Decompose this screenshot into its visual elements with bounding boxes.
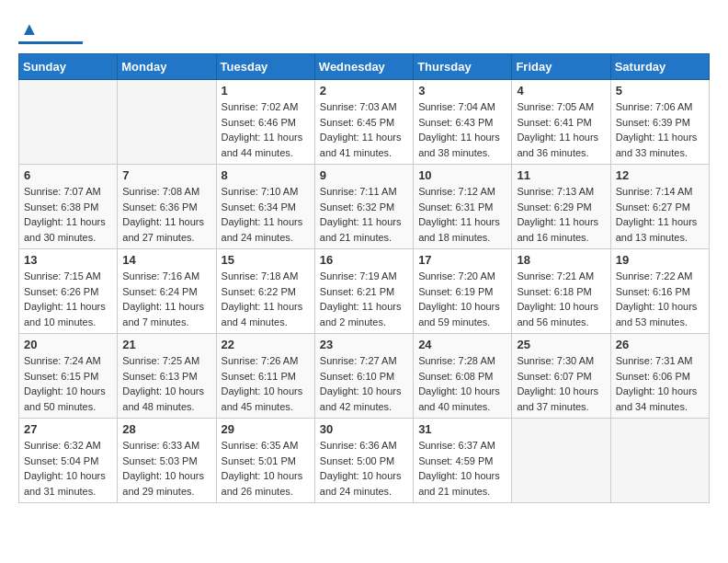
day-number: 1 <box>222 84 310 98</box>
calendar-cell: 25Sunrise: 7:30 AMSunset: 6:07 PMDayligh… <box>512 334 610 419</box>
day-number: 26 <box>616 338 704 351</box>
calendar-cell: 28Sunrise: 6:33 AMSunset: 5:03 PMDayligh… <box>118 419 216 503</box>
calendar-cell: 2Sunrise: 7:03 AMSunset: 6:45 PMDaylight… <box>314 80 413 165</box>
header-tuesday: Tuesday <box>216 54 314 80</box>
day-info: Sunrise: 7:12 AMSunset: 6:31 PMDaylight:… <box>418 184 506 245</box>
calendar-cell: 29Sunrise: 6:35 AMSunset: 5:01 PMDayligh… <box>216 419 314 503</box>
day-number: 17 <box>418 253 506 267</box>
calendar-cell: 16Sunrise: 7:19 AMSunset: 6:21 PMDayligh… <box>314 249 413 334</box>
day-number: 6 <box>24 168 112 182</box>
logo-bird-icon: ▲ <box>20 18 39 40</box>
calendar-cell: 22Sunrise: 7:26 AMSunset: 6:11 PMDayligh… <box>216 334 314 419</box>
header-wednesday: Wednesday <box>314 54 413 80</box>
calendar-cell: 5Sunrise: 7:06 AMSunset: 6:39 PMDaylight… <box>610 80 709 165</box>
day-number: 31 <box>418 422 506 436</box>
calendar-cell: 13Sunrise: 7:15 AMSunset: 6:26 PMDayligh… <box>19 249 118 334</box>
day-number: 21 <box>122 338 210 351</box>
calendar-cell: 12Sunrise: 7:14 AMSunset: 6:27 PMDayligh… <box>610 165 709 249</box>
calendar-cell: 7Sunrise: 7:08 AMSunset: 6:36 PMDaylight… <box>118 165 216 249</box>
day-number: 14 <box>122 253 210 267</box>
page-header: ▲ <box>18 18 710 44</box>
day-info: Sunrise: 6:35 AMSunset: 5:01 PMDaylight:… <box>222 438 310 499</box>
calendar-cell: 8Sunrise: 7:10 AMSunset: 6:34 PMDaylight… <box>216 165 314 249</box>
day-info: Sunrise: 7:04 AMSunset: 6:43 PMDaylight:… <box>418 99 506 160</box>
calendar-cell: 24Sunrise: 7:28 AMSunset: 6:08 PMDayligh… <box>414 334 512 419</box>
day-number: 5 <box>616 84 704 98</box>
day-info: Sunrise: 7:26 AMSunset: 6:11 PMDaylight:… <box>222 353 310 414</box>
day-info: Sunrise: 7:21 AMSunset: 6:18 PMDaylight:… <box>517 269 605 329</box>
day-number: 28 <box>122 422 210 436</box>
calendar-cell: 9Sunrise: 7:11 AMSunset: 6:32 PMDaylight… <box>314 165 413 249</box>
day-number: 20 <box>24 338 112 351</box>
day-number: 11 <box>517 168 605 182</box>
calendar-cell: 20Sunrise: 7:24 AMSunset: 6:15 PMDayligh… <box>19 334 118 419</box>
day-number: 10 <box>418 168 506 182</box>
calendar-cell: 1Sunrise: 7:02 AMSunset: 6:46 PMDaylight… <box>216 80 314 165</box>
day-info: Sunrise: 7:24 AMSunset: 6:15 PMDaylight:… <box>24 353 112 414</box>
header-friday: Friday <box>512 54 610 80</box>
day-number: 19 <box>616 253 704 267</box>
day-number: 2 <box>320 84 408 98</box>
day-info: Sunrise: 7:14 AMSunset: 6:27 PMDaylight:… <box>616 184 704 245</box>
calendar-cell: 3Sunrise: 7:04 AMSunset: 6:43 PMDaylight… <box>414 80 512 165</box>
day-number: 9 <box>320 168 408 182</box>
day-number: 13 <box>24 253 112 267</box>
header-thursday: Thursday <box>414 54 512 80</box>
calendar-cell: 18Sunrise: 7:21 AMSunset: 6:18 PMDayligh… <box>512 249 610 334</box>
day-info: Sunrise: 7:30 AMSunset: 6:07 PMDaylight:… <box>517 353 605 414</box>
day-info: Sunrise: 6:33 AMSunset: 5:03 PMDaylight:… <box>122 438 210 499</box>
calendar-cell: 14Sunrise: 7:16 AMSunset: 6:24 PMDayligh… <box>118 249 216 334</box>
day-number: 23 <box>320 338 408 351</box>
day-number: 30 <box>320 422 408 436</box>
day-number: 3 <box>418 84 506 98</box>
day-info: Sunrise: 7:28 AMSunset: 6:08 PMDaylight:… <box>418 353 506 414</box>
calendar-cell: 19Sunrise: 7:22 AMSunset: 6:16 PMDayligh… <box>610 249 709 334</box>
day-number: 4 <box>517 84 605 98</box>
calendar-cell: 10Sunrise: 7:12 AMSunset: 6:31 PMDayligh… <box>414 165 512 249</box>
day-info: Sunrise: 7:02 AMSunset: 6:46 PMDaylight:… <box>222 99 310 160</box>
calendar-header-row: SundayMondayTuesdayWednesdayThursdayFrid… <box>19 54 710 80</box>
day-number: 12 <box>616 168 704 182</box>
day-info: Sunrise: 6:32 AMSunset: 5:04 PMDaylight:… <box>24 438 112 499</box>
day-info: Sunrise: 6:37 AMSunset: 4:59 PMDaylight:… <box>418 438 506 499</box>
calendar-table: SundayMondayTuesdayWednesdayThursdayFrid… <box>18 53 710 503</box>
day-info: Sunrise: 7:05 AMSunset: 6:41 PMDaylight:… <box>517 99 605 160</box>
day-info: Sunrise: 7:13 AMSunset: 6:29 PMDaylight:… <box>517 184 605 245</box>
calendar-cell <box>610 419 709 503</box>
day-number: 7 <box>122 168 210 182</box>
day-info: Sunrise: 6:36 AMSunset: 5:00 PMDaylight:… <box>320 438 408 499</box>
calendar-cell: 21Sunrise: 7:25 AMSunset: 6:13 PMDayligh… <box>118 334 216 419</box>
calendar-cell: 26Sunrise: 7:31 AMSunset: 6:06 PMDayligh… <box>610 334 709 419</box>
day-info: Sunrise: 7:25 AMSunset: 6:13 PMDaylight:… <box>122 353 210 414</box>
day-info: Sunrise: 7:11 AMSunset: 6:32 PMDaylight:… <box>320 184 408 245</box>
day-info: Sunrise: 7:16 AMSunset: 6:24 PMDaylight:… <box>122 269 210 329</box>
day-info: Sunrise: 7:31 AMSunset: 6:06 PMDaylight:… <box>616 353 704 414</box>
calendar-cell <box>512 419 610 503</box>
calendar-cell: 15Sunrise: 7:18 AMSunset: 6:22 PMDayligh… <box>216 249 314 334</box>
logo: ▲ <box>18 18 83 44</box>
header-monday: Monday <box>118 54 216 80</box>
day-info: Sunrise: 7:07 AMSunset: 6:38 PMDaylight:… <box>24 184 112 245</box>
header-saturday: Saturday <box>610 54 709 80</box>
calendar-cell: 30Sunrise: 6:36 AMSunset: 5:00 PMDayligh… <box>314 419 413 503</box>
day-info: Sunrise: 7:22 AMSunset: 6:16 PMDaylight:… <box>616 269 704 329</box>
day-info: Sunrise: 7:08 AMSunset: 6:36 PMDaylight:… <box>122 184 210 245</box>
calendar-cell <box>19 80 118 165</box>
day-info: Sunrise: 7:18 AMSunset: 6:22 PMDaylight:… <box>222 269 310 329</box>
calendar-cell: 11Sunrise: 7:13 AMSunset: 6:29 PMDayligh… <box>512 165 610 249</box>
calendar-cell: 4Sunrise: 7:05 AMSunset: 6:41 PMDaylight… <box>512 80 610 165</box>
day-info: Sunrise: 7:20 AMSunset: 6:19 PMDaylight:… <box>418 269 506 329</box>
header-sunday: Sunday <box>19 54 118 80</box>
calendar-cell: 23Sunrise: 7:27 AMSunset: 6:10 PMDayligh… <box>314 334 413 419</box>
calendar-week-5: 27Sunrise: 6:32 AMSunset: 5:04 PMDayligh… <box>19 419 710 503</box>
day-number: 22 <box>222 338 310 351</box>
day-number: 8 <box>222 168 310 182</box>
calendar-cell: 27Sunrise: 6:32 AMSunset: 5:04 PMDayligh… <box>19 419 118 503</box>
day-number: 18 <box>517 253 605 267</box>
day-number: 24 <box>418 338 506 351</box>
day-number: 27 <box>24 422 112 436</box>
calendar-cell <box>118 80 216 165</box>
calendar-week-2: 6Sunrise: 7:07 AMSunset: 6:38 PMDaylight… <box>19 165 710 249</box>
day-number: 15 <box>222 253 310 267</box>
calendar-week-1: 1Sunrise: 7:02 AMSunset: 6:46 PMDaylight… <box>19 80 710 165</box>
